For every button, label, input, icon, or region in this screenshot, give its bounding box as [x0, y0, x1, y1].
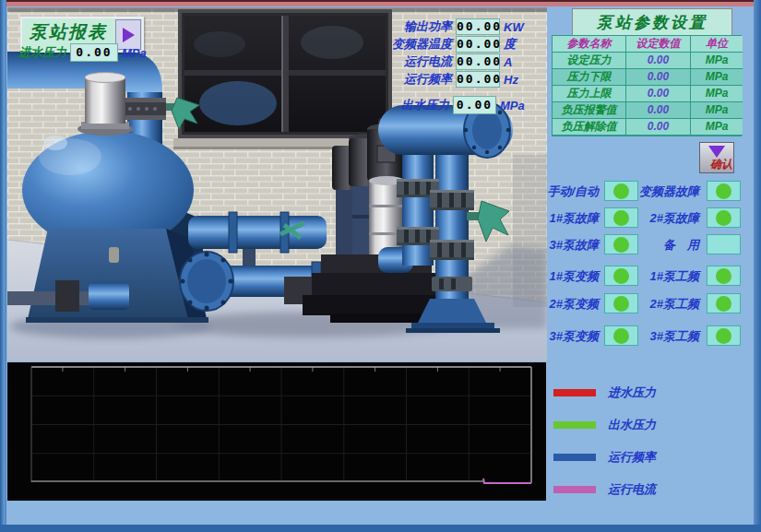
status-indicator-pump3-mains [707, 325, 741, 346]
confirm-button[interactable]: 确认 [699, 142, 734, 173]
settings-panel-title: 泵站参数设置 [572, 8, 732, 36]
legend-label-inlet-pressure: 进水压力 [608, 384, 656, 401]
status-indicator-inverter-fault [707, 181, 741, 201]
trend-chart-plot [7, 362, 546, 501]
status-label-pump1-vfd: 1#泵变频 [531, 268, 599, 285]
param-name: 压力下限 [553, 69, 626, 86]
running-current-trace [483, 479, 531, 483]
legend-item-frequency: 运行频率 [553, 449, 656, 466]
inlet-pressure-value: 0.00 [70, 43, 118, 62]
param-unit: MPa [691, 86, 743, 102]
inverter-temperature-field: 变频器温度 00.00 度 [373, 36, 516, 53]
inverter-temperature-unit: 度 [504, 36, 516, 53]
status-label-spare: 备 用 [631, 237, 699, 254]
status-label-pump1-mains: 1#泵工频 [631, 268, 699, 285]
param-value[interactable]: 0.00 [626, 69, 691, 86]
running-current-unit: A [504, 55, 512, 69]
inverter-temperature-label: 变频器温度 [373, 36, 452, 53]
inlet-pressure-label: 进水压力 [18, 44, 66, 61]
param-name: 负压解除值 [553, 119, 626, 136]
param-unit: MPa [691, 102, 743, 119]
legend-label-running-frequency: 运行频率 [608, 449, 656, 466]
indicator-lamp [613, 296, 629, 312]
outlet-pressure-unit: MPa [500, 99, 525, 112]
inverter-temperature-value: 00.00 [456, 36, 500, 53]
status-indicator-pump2-mains [707, 293, 741, 313]
output-power-label: 输出功率 [373, 18, 452, 35]
param-name: 压力上限 [553, 86, 626, 102]
param-unit: MPa [691, 53, 743, 69]
status-label-pump2-mains: 2#泵工频 [631, 296, 699, 313]
status-indicator-pump2-fault [707, 207, 741, 228]
window-frame-left [0, 0, 6, 532]
legend-swatch-running-frequency [553, 454, 596, 461]
status-label-pump3-fault: 3#泵故障 [531, 237, 599, 254]
running-current-label: 运行电流 [373, 53, 452, 70]
param-name: 设定压力 [553, 53, 626, 69]
pump-station-hmi-screen: 泵站报表 进水压力 0.00 MPa 输出功率 00.00 KW 变频器温度 0… [0, 0, 761, 532]
running-current-field: 运行电流 00.00 A [373, 53, 512, 70]
indicator-lamp [613, 210, 629, 226]
indicator-lamp [716, 210, 731, 226]
running-frequency-value: 00.00 [456, 71, 500, 88]
inlet-pressure-unit: MPa [122, 46, 147, 60]
output-power-field: 输出功率 00.00 KW [373, 18, 524, 35]
tank-air-cap [77, 73, 133, 136]
param-unit: MPa [691, 119, 743, 136]
legend-item-current: 运行电流 [553, 481, 656, 498]
status-indicator-pump1-mains [707, 266, 741, 286]
indicator-lamp [716, 296, 731, 312]
param-value[interactable]: 0.00 [626, 86, 691, 102]
legend-swatch-inlet-pressure [553, 389, 596, 396]
indicator-lamp [613, 237, 629, 253]
status-label-pump3-mains: 3#泵工频 [631, 328, 699, 345]
param-name: 负压报警值 [553, 102, 626, 119]
trend-chart [7, 362, 546, 501]
settings-table: 参数名称 设定数值 单位 设定压力 0.00 MPa 压力下限 0.00 MPa… [552, 35, 742, 136]
status-label-pump2-fault: 2#泵故障 [631, 210, 699, 227]
status-indicator-spare [707, 234, 741, 254]
param-value[interactable]: 0.00 [626, 119, 691, 136]
legend-label-outlet-pressure: 出水压力 [608, 417, 656, 433]
status-label-pump3-vfd: 3#泵变频 [531, 328, 599, 345]
legend-item-outlet: 出水压力 [553, 417, 656, 433]
top-accent-line [0, 0, 761, 6]
status-label-manual-auto: 手动/自动 [531, 183, 599, 200]
running-frequency-field: 运行频率 00.00 Hz [373, 71, 518, 88]
outlet-pressure-field: 出水压力 0.00 MPa [377, 96, 525, 114]
indicator-lamp [716, 328, 731, 344]
status-label-pump1-fault: 1#泵故障 [531, 210, 599, 227]
indicator-lamp [613, 183, 629, 199]
legend-swatch-running-current [553, 486, 596, 493]
col-header-set-value: 设定数值 [626, 36, 691, 53]
indicator-lamp [716, 183, 731, 199]
indicator-lamp [716, 268, 731, 284]
inlet-pressure-field: 进水压力 0.00 MPa [18, 43, 147, 62]
param-unit: MPa [691, 69, 743, 86]
param-value[interactable]: 0.00 [626, 102, 691, 119]
outlet-pressure-label: 出水压力 [377, 97, 449, 113]
window-frame-bottom [0, 525, 761, 532]
pump-station-3d-view: 泵站报表 进水压力 0.00 MPa 输出功率 00.00 KW 变频器温度 0… [7, 7, 547, 361]
outlet-pressure-value: 0.00 [453, 96, 496, 114]
param-value[interactable]: 0.00 [626, 53, 691, 69]
window-frame-right [754, 0, 761, 532]
status-label-pump2-vfd: 2#泵变频 [531, 296, 599, 313]
confirm-button-label: 确认 [710, 157, 732, 172]
running-current-value: 00.00 [456, 53, 500, 70]
legend-swatch-outlet-pressure [553, 421, 596, 429]
col-header-unit: 单位 [691, 36, 743, 53]
running-frequency-label: 运行频率 [373, 71, 452, 88]
window [173, 9, 397, 149]
output-power-unit: KW [504, 20, 524, 34]
output-power-value: 00.00 [456, 18, 500, 35]
legend-item-inlet: 进水压力 [553, 384, 656, 401]
running-frequency-unit: Hz [504, 73, 518, 87]
status-label-inverter-fault: 变频器故障 [631, 183, 699, 200]
legend-label-running-current: 运行电流 [608, 481, 656, 498]
col-header-param-name: 参数名称 [553, 36, 626, 53]
indicator-lamp [613, 268, 629, 284]
indicator-lamp [613, 328, 629, 344]
